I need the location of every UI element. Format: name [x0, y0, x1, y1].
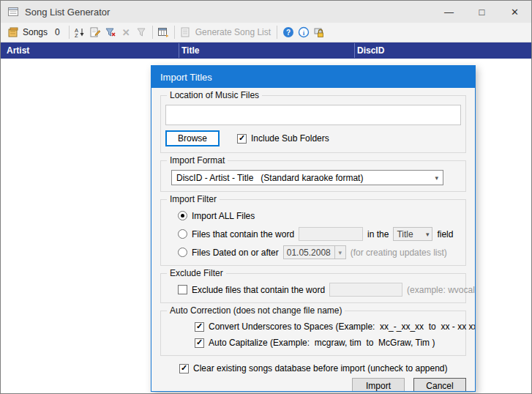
window-controls: — □ ✕: [432, 1, 531, 23]
location-group-label: Location of Music Files: [167, 90, 262, 100]
auto-capitalize-label: Auto Capitalize (Example: mcgraw, tim to…: [209, 338, 435, 348]
column-header-artist[interactable]: Artist: [7, 42, 29, 59]
exclude-filter-group: Exclude Filter Exclude files that contai…: [160, 273, 466, 303]
dialog-title-bar: Import Titles: [151, 66, 475, 88]
songs-label: Songs: [23, 27, 48, 37]
import-all-files-label: Import ALL Files: [192, 211, 255, 221]
field-dropdown: Title ▾: [393, 227, 432, 241]
cancel-button[interactable]: Cancel: [413, 378, 466, 392]
contain-word-input: [299, 227, 363, 241]
auto-capitalize-checkbox[interactable]: [195, 338, 204, 348]
close-button[interactable]: ✕: [498, 1, 531, 23]
location-group: Location of Music Files Browse Include S…: [160, 95, 466, 153]
clear-existing-checkbox[interactable]: [179, 364, 189, 373]
import-button[interactable]: Import: [352, 378, 405, 392]
chevron-down-icon: ▾: [435, 174, 438, 182]
convert-underscores-label: Convert Underscores to Spaces (Example: …: [209, 321, 476, 332]
window-title: Song List Generator: [25, 7, 110, 18]
app-window: Song List Generator — □ ✕ Songs 0 A Z: [0, 0, 532, 394]
list-header: Artist Title DiscID: [1, 42, 531, 59]
import-filter-group: Import Filter Import ALL Files Files tha…: [160, 199, 466, 266]
field-suffix-label: field: [437, 229, 453, 239]
dialog-title: Import Titles: [160, 72, 212, 83]
toolbar-separator: [277, 26, 277, 39]
in-the-label: in the: [367, 229, 389, 239]
exclude-word-input: [329, 283, 402, 297]
import-format-value: DiscID - Artist - Title (Standard karaok…: [176, 173, 363, 183]
files-contain-word-radio[interactable]: [178, 229, 187, 239]
date-picker: 01.05.2008 ▾: [283, 245, 346, 259]
files-dated-radio[interactable]: [178, 248, 187, 257]
info-icon[interactable]: i: [296, 25, 311, 40]
import-format-dropdown[interactable]: DiscID - Artist - Title (Standard karaok…: [171, 170, 443, 185]
column-divider[interactable]: [179, 43, 179, 58]
files-contain-word-label: Files that contain the word: [192, 229, 294, 239]
help-icon[interactable]: ?: [280, 25, 296, 40]
toolbar-separator: [69, 26, 70, 39]
import-titles-dialog: Import Titles Location of Music Files Br…: [151, 65, 476, 392]
generate-song-list-button[interactable]: Generate Song List: [195, 27, 271, 37]
exclude-files-label: Exclude files that contain the word: [192, 285, 325, 295]
files-dated-label: Files Dated on or after: [192, 248, 279, 258]
svg-text:Z: Z: [75, 32, 78, 38]
dialog-body: Location of Music Files Browse Include S…: [151, 88, 475, 392]
maximize-button[interactable]: □: [465, 1, 498, 23]
import-format-label: Import Format: [167, 155, 228, 166]
auto-correction-label: Auto Correction (does not change file na…: [167, 305, 345, 316]
toolbar: Songs 0 A Z ✕: [1, 23, 531, 42]
column-header-discid[interactable]: DiscID: [357, 42, 384, 59]
import-filter-label: Import Filter: [167, 194, 220, 204]
field-dropdown-value: Title: [397, 229, 413, 239]
dialog-buttons: Import Cancel: [151, 378, 475, 392]
exclude-example-hint: (example: wvocal ): [407, 285, 476, 295]
songs-icon[interactable]: [5, 25, 20, 40]
date-picker-value: 01.05.2008: [284, 248, 334, 258]
columns-icon[interactable]: [156, 25, 171, 40]
include-sub-folders-checkbox[interactable]: [237, 134, 247, 144]
include-sub-folders-label: Include Sub Folders: [251, 133, 329, 144]
svg-text:?: ?: [286, 29, 291, 37]
sort-az-icon[interactable]: A Z: [72, 25, 88, 40]
songs-count: 0: [55, 27, 60, 37]
music-files-path-input[interactable]: [165, 105, 461, 125]
generate-icon[interactable]: [178, 25, 193, 40]
import-format-group: Import Format DiscID - Artist - Title (S…: [160, 160, 466, 192]
filter-icon[interactable]: [103, 25, 119, 40]
import-all-files-radio[interactable]: [178, 211, 187, 220]
edit-icon[interactable]: [88, 25, 103, 40]
chevron-down-icon: ▾: [334, 246, 345, 259]
exclude-files-checkbox[interactable]: [178, 285, 187, 294]
toolbar-separator: [152, 26, 153, 39]
clear-filter-icon[interactable]: [134, 25, 149, 40]
column-header-title[interactable]: Title: [181, 42, 199, 59]
delete-icon[interactable]: ✕: [119, 25, 134, 40]
toolbar-separator: [174, 26, 175, 39]
title-bar: Song List Generator — □ ✕: [1, 1, 531, 23]
app-icon: [7, 6, 19, 18]
clear-existing-label: Clear existing songs database before imp…: [193, 363, 448, 373]
convert-underscores-checkbox[interactable]: [195, 322, 204, 332]
exclude-filter-label: Exclude Filter: [167, 268, 226, 278]
auto-correction-group: Auto Correction (does not change file na…: [160, 311, 466, 356]
updates-list-hint: (for creating updates list): [351, 248, 447, 258]
browse-button[interactable]: Browse: [165, 130, 220, 146]
minimize-button[interactable]: —: [432, 1, 465, 23]
chevron-down-icon: ▾: [426, 231, 430, 238]
lock-icon[interactable]: [311, 25, 326, 40]
column-divider[interactable]: [354, 43, 355, 58]
